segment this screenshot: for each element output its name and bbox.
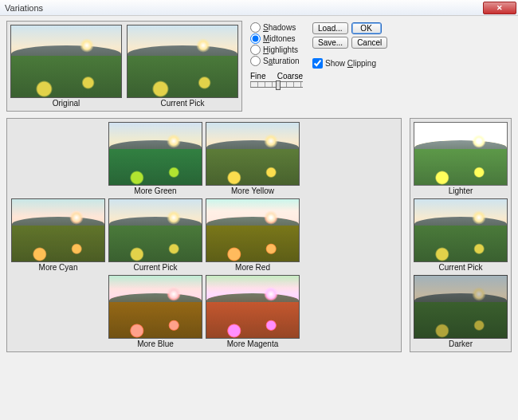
thumb-more-yellow[interactable]: More Yellow [206, 122, 300, 195]
radio-highlights[interactable]: Highlights [250, 45, 303, 55]
dialog-client: Original Current Pick Shadows Midtones H… [0, 16, 518, 359]
thumb-more-blue[interactable]: More Blue [108, 275, 202, 348]
thumb-original[interactable]: Original [10, 25, 122, 108]
radio-midtones[interactable]: Midtones [250, 33, 303, 44]
thumb-more-red[interactable]: More Red [206, 198, 300, 272]
label-fine: Fine [250, 72, 265, 80]
show-clipping-checkbox[interactable]: Show Clipping [312, 58, 387, 69]
load-button[interactable]: Load... [312, 22, 348, 34]
titlebar: Variations ✕ [0, 0, 518, 16]
label-more-blue: More Blue [137, 340, 174, 348]
label-more-red: More Red [235, 263, 270, 272]
adjust-target-radios: Shadows Midtones Highlights Saturation F… [250, 22, 303, 112]
thumb-current-center[interactable]: Current Pick [108, 198, 202, 272]
save-button[interactable]: Save... [312, 37, 348, 49]
label-lighter: Lighter [449, 186, 473, 195]
thumb-current-bright[interactable]: Current Pick [414, 198, 508, 272]
slider-labels: Fine Coarse [250, 72, 303, 80]
ok-button[interactable]: OK [351, 22, 382, 34]
label-more-yellow: More Yellow [231, 186, 274, 195]
label-original: Original [53, 99, 80, 108]
label-current-top: Current Pick [160, 99, 204, 108]
slider-thumb[interactable] [276, 80, 281, 90]
window-close-button[interactable]: ✕ [483, 2, 516, 14]
label-more-green: More Green [134, 186, 176, 195]
brightness-panel: Lighter Current Pick Darker [410, 118, 512, 352]
controls: Shadows Midtones Highlights Saturation F… [250, 21, 387, 112]
thumb-more-green[interactable]: More Green [108, 122, 202, 195]
label-more-magenta: More Magenta [227, 340, 278, 348]
thumb-more-magenta[interactable]: More Magenta [206, 275, 300, 348]
label-more-cyan: More Cyan [39, 263, 78, 272]
radio-saturation[interactable]: Saturation [250, 56, 303, 66]
thumb-current-top[interactable]: Current Pick [127, 25, 238, 108]
color-variations-panel: More Green More Yellow More Cyan Current… [6, 118, 402, 352]
thumb-more-cyan[interactable]: More Cyan [11, 198, 105, 272]
radio-shadows[interactable]: Shadows [250, 22, 303, 33]
cancel-button[interactable]: Cancel [351, 37, 387, 49]
label-current-center: Current Pick [133, 263, 177, 272]
window-title: Variations [2, 3, 483, 13]
label-coarse: Coarse [277, 72, 303, 80]
label-current-bright: Current Pick [438, 263, 482, 272]
original-panel: Original Current Pick [6, 21, 242, 112]
label-darker: Darker [449, 340, 473, 348]
fine-coarse-slider[interactable] [250, 81, 303, 88]
thumb-darker[interactable]: Darker [414, 275, 508, 348]
thumb-lighter[interactable]: Lighter [414, 122, 508, 195]
